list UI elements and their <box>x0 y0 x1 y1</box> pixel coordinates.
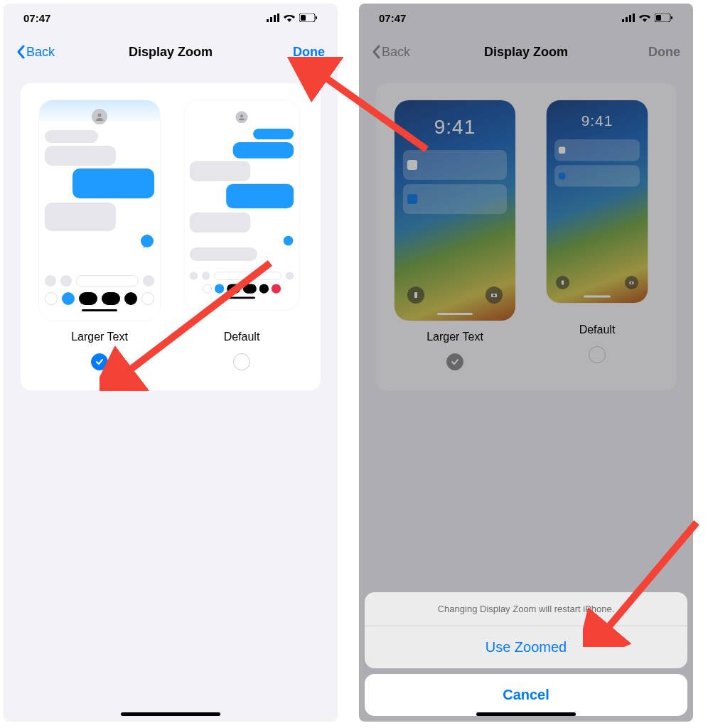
svg-point-9 <box>240 114 243 117</box>
home-indicator <box>476 712 576 716</box>
svg-rect-1 <box>270 17 272 22</box>
status-icons <box>267 14 318 22</box>
svg-rect-3 <box>277 14 279 22</box>
svg-line-24 <box>316 71 427 149</box>
avatar-icon <box>92 109 107 124</box>
status-bar: 07:47 <box>4 4 338 32</box>
typing-indicator-icon <box>140 234 154 248</box>
svg-rect-5 <box>301 15 306 21</box>
typing-indicator-icon <box>283 235 294 246</box>
cellular-icon <box>267 14 279 22</box>
svg-rect-0 <box>267 19 269 22</box>
svg-point-7 <box>98 114 102 117</box>
back-button[interactable]: Back <box>16 45 55 60</box>
cancel-button[interactable]: Cancel <box>365 674 687 716</box>
svg-rect-6 <box>316 16 317 19</box>
mic-icon <box>286 272 294 279</box>
annotation-arrow-radio <box>100 249 284 391</box>
svg-point-10 <box>284 236 294 246</box>
home-indicator <box>121 712 220 716</box>
wifi-icon <box>284 14 295 22</box>
annotation-arrow-done <box>284 57 441 164</box>
svg-line-26 <box>601 523 697 636</box>
svg-line-25 <box>121 263 270 377</box>
svg-point-8 <box>141 235 154 247</box>
page-title: Display Zoom <box>129 45 213 60</box>
camera-icon <box>45 275 56 287</box>
status-time: 07:47 <box>23 12 50 24</box>
back-label: Back <box>26 45 55 60</box>
annotation-arrow-use-zoomed <box>583 512 708 647</box>
chevron-left-icon <box>16 45 25 59</box>
appstore-icon <box>60 275 72 287</box>
avatar-icon <box>235 111 247 123</box>
battery-icon <box>299 14 318 22</box>
messages-header <box>39 100 160 126</box>
messages-header <box>184 100 299 124</box>
svg-rect-2 <box>274 15 276 22</box>
